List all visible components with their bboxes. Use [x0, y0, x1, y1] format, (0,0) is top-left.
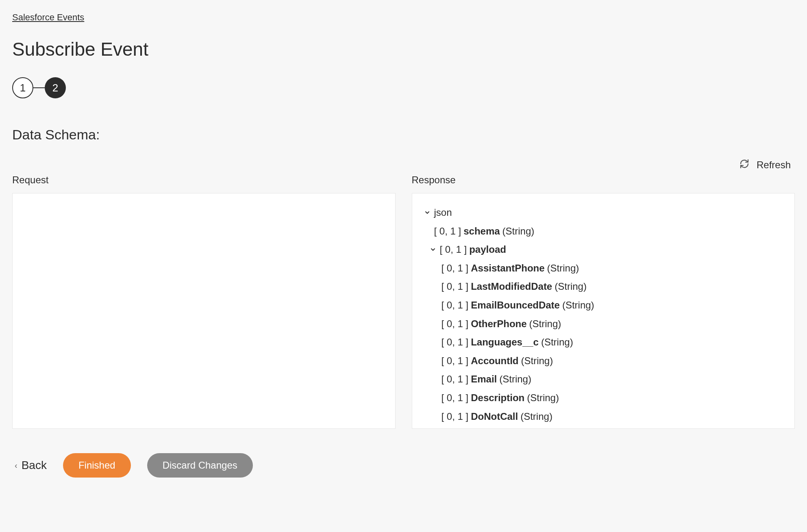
breadcrumb-link[interactable]: Salesforce Events	[12, 12, 84, 22]
field-type: (String)	[529, 317, 561, 331]
field-type: (String)	[527, 391, 559, 405]
wizard-steps: 1 2	[12, 77, 795, 98]
tree-node-label: json	[434, 206, 452, 219]
field-type: (String)	[520, 410, 553, 423]
section-title: Data Schema:	[12, 127, 795, 143]
field-name: payload	[469, 243, 506, 256]
field-name: LastModifiedDate	[471, 280, 552, 293]
page-title: Subscribe Event	[12, 38, 795, 60]
back-label: Back	[22, 459, 47, 472]
tree-node-field[interactable]: [ 0, 1 ]AssistantPhone(String)	[420, 259, 787, 278]
tree-node-field[interactable]: [ 0, 1 ]Description(String)	[420, 389, 787, 407]
chevron-left-icon: ‹	[15, 461, 17, 470]
field-name: AccountId	[471, 354, 518, 368]
tree-node-field[interactable]: [ 0, 1 ]DoNotCall(String)	[420, 407, 787, 426]
cardinality-label: [ 0, 1 ]	[442, 391, 469, 405]
field-name: schema	[463, 224, 500, 238]
field-name: AssistantPhone	[471, 261, 544, 275]
cardinality-label: [ 0, 1 ]	[440, 243, 467, 256]
tree-node-field[interactable]: [ 0, 1 ]LastModifiedDate(String)	[420, 277, 787, 296]
field-name: Description	[471, 391, 524, 405]
response-panel[interactable]: json [ 0, 1 ] schema (String) [ 0, 1 ] p…	[412, 193, 795, 429]
refresh-button[interactable]: Refresh	[740, 159, 791, 171]
request-panel[interactable]	[12, 193, 396, 429]
cardinality-label: [ 0, 1 ]	[442, 298, 469, 312]
response-header: Response	[412, 174, 795, 186]
request-header: Request	[12, 174, 396, 186]
cardinality-label: [ 0, 1 ]	[442, 280, 469, 293]
tree-node-field[interactable]: [ 0, 1 ]EmailBouncedDate(String)	[420, 296, 787, 315]
discard-changes-button[interactable]: Discard Changes	[147, 453, 253, 478]
field-type: (String)	[541, 335, 573, 349]
request-column: Request	[12, 174, 396, 429]
field-name: OtherPhone	[471, 317, 526, 331]
step-2[interactable]: 2	[45, 77, 66, 98]
field-name: DoNotCall	[471, 410, 518, 423]
cardinality-label: [ 0, 1 ]	[442, 372, 469, 386]
refresh-icon	[740, 159, 749, 171]
field-name: EmailBouncedDate	[471, 298, 560, 312]
tree-node-payload[interactable]: [ 0, 1 ] payload	[420, 240, 787, 259]
field-name: Languages__c	[471, 335, 539, 349]
step-connector	[33, 87, 45, 88]
step-1[interactable]: 1	[12, 77, 33, 98]
cardinality-label: [ 0, 1 ]	[442, 261, 469, 275]
field-type: (String)	[499, 372, 531, 386]
field-type: (String)	[555, 280, 587, 293]
tree-node-field[interactable]: [ 0, 1 ]AccountId(String)	[420, 352, 787, 370]
footer-buttons: ‹ Back Finished Discard Changes	[12, 453, 795, 478]
tree-node-field[interactable]: [ 0, 1 ]Languages__c(String)	[420, 333, 787, 352]
cardinality-label: [ 0, 1 ]	[442, 317, 469, 331]
tree-node-field[interactable]: [ 0, 1 ]Email(String)	[420, 370, 787, 389]
chevron-down-icon[interactable]	[423, 209, 432, 216]
tree-node-field[interactable]: [ 0, 1 ]OtherPhone(String)	[420, 315, 787, 333]
finished-button[interactable]: Finished	[63, 453, 131, 478]
cardinality-label: [ 0, 1 ]	[442, 354, 469, 368]
chevron-down-icon[interactable]	[429, 246, 437, 253]
cardinality-label: [ 0, 1 ]	[442, 410, 469, 423]
tree-node-schema[interactable]: [ 0, 1 ] schema (String)	[420, 222, 787, 241]
tree-node-json[interactable]: json	[420, 203, 787, 222]
field-type: (String)	[562, 298, 594, 312]
field-type: (String)	[547, 261, 579, 275]
cardinality-label: [ 0, 1 ]	[434, 224, 461, 238]
response-column: Response json [ 0, 1 ] schema (String) […	[412, 174, 795, 429]
field-type: (String)	[521, 354, 553, 368]
field-type: (String)	[502, 224, 535, 238]
cardinality-label: [ 0, 1 ]	[442, 335, 469, 349]
back-button[interactable]: ‹ Back	[15, 459, 47, 472]
field-name: Email	[471, 372, 497, 386]
refresh-label: Refresh	[757, 159, 791, 171]
